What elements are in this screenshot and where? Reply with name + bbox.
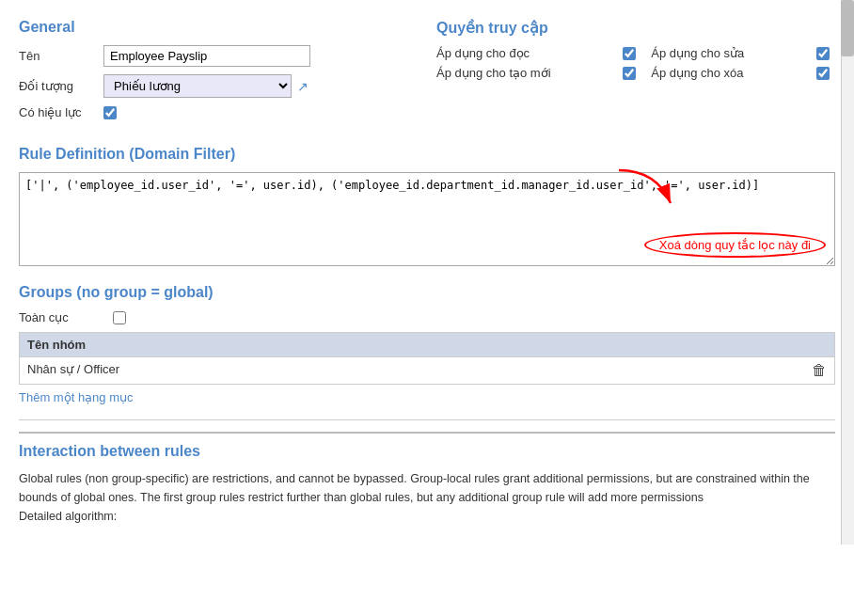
nhan-su-cell: Nhân sự / Officer 🗑 — [20, 357, 835, 385]
co-hieu-luc-label: Có hiệu lực — [19, 105, 103, 119]
interaction-text-2: Detailed algorithm: — [19, 507, 835, 526]
divider-2 — [19, 432, 835, 434]
rule-definition-header: Rule Definition (Domain Filter) — [19, 146, 835, 163]
interaction-text-1: Global rules (non group-specific) are re… — [19, 469, 835, 507]
toan-cuc-label: Toàn cục — [19, 310, 103, 324]
rule-textarea[interactable]: ['|', ('employee_id.user_id', '=', user.… — [19, 172, 835, 266]
ap-dung-doc-checkbox[interactable] — [623, 47, 636, 60]
general-header: General — [19, 19, 418, 36]
scroll-thumb[interactable] — [841, 0, 854, 56]
ten-nhom-header: Tên nhóm — [20, 333, 835, 357]
interaction-header: Interaction between rules — [19, 443, 835, 460]
ap-dung-xoa-checkbox[interactable] — [816, 67, 830, 80]
table-row: Nhân sự / Officer 🗑 — [20, 357, 835, 385]
ten-input[interactable] — [103, 45, 310, 67]
ap-dung-tao-moi-checkbox[interactable] — [623, 67, 636, 80]
ap-dung-doc-label: Áp dụng cho đọc — [436, 46, 613, 60]
external-link-icon[interactable]: ↗ — [297, 79, 308, 94]
divider-1 — [19, 419, 835, 420]
ap-dung-tao-moi-label: Áp dụng cho tạo mới — [436, 66, 613, 80]
quyen-header: Quyền truy cập — [436, 19, 835, 37]
groups-table: Tên nhóm Nhân sự / Officer 🗑 — [19, 332, 835, 385]
toan-cuc-checkbox[interactable] — [113, 311, 126, 324]
doi-tuong-label: Đối tượng — [19, 79, 103, 93]
co-hieu-luc-checkbox[interactable] — [103, 106, 117, 119]
delete-row-icon[interactable]: 🗑 — [812, 362, 827, 379]
ten-label: Tên — [19, 49, 103, 63]
groups-header: Groups (no group = global) — [19, 284, 835, 301]
doi-tuong-select[interactable]: Phiếu lương — [103, 74, 292, 98]
scrollbar[interactable] — [841, 0, 854, 545]
ap-dung-xoa-label: Áp dụng cho xóa — [651, 66, 807, 80]
ap-dung-sua-label: Áp dụng cho sửa — [651, 46, 807, 60]
ap-dung-sua-checkbox[interactable] — [816, 47, 830, 60]
add-hang-muc-link[interactable]: Thêm một hạng mục — [19, 390, 134, 404]
